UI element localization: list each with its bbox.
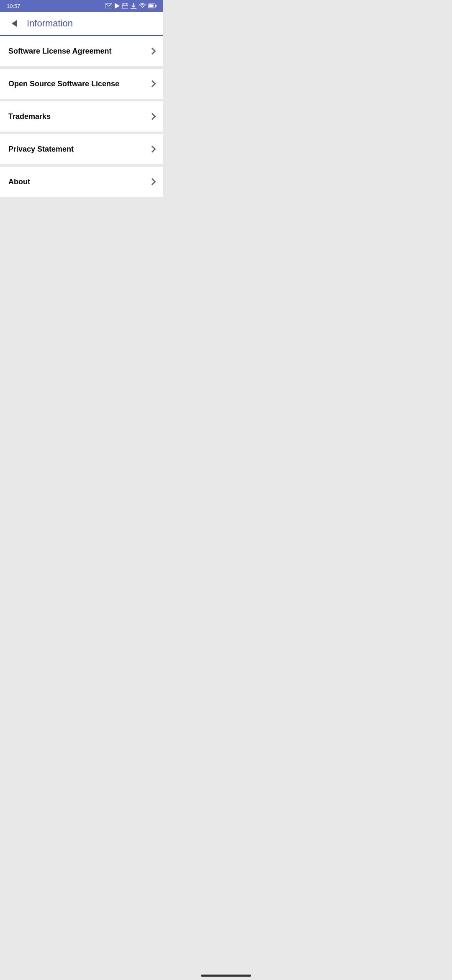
menu-item-label-about: About <box>8 178 30 186</box>
page-title: Information <box>27 18 73 29</box>
menu-item-privacy-statement[interactable]: Privacy Statement <box>0 134 163 164</box>
status-bar: 10:57 <box>0 0 163 12</box>
svg-rect-9 <box>156 5 157 7</box>
play-icon <box>115 3 120 9</box>
status-icons <box>105 3 157 9</box>
svg-rect-10 <box>149 5 154 8</box>
menu-item-label-software-license: Software License Agreement <box>8 47 111 56</box>
download-icon <box>131 3 136 9</box>
chevron-right-icon <box>149 80 156 88</box>
menu-item-software-license[interactable]: Software License Agreement <box>0 36 163 66</box>
menu-item-label-trademarks: Trademarks <box>8 112 51 121</box>
menu-item-label-open-source: Open Source Software License <box>8 80 119 88</box>
chevron-right-icon <box>149 178 156 186</box>
mail-icon <box>105 3 112 8</box>
app-header: Information <box>0 12 163 36</box>
status-time: 10:57 <box>7 3 21 9</box>
chevron-right-icon <box>149 48 156 55</box>
menu-item-trademarks[interactable]: Trademarks <box>0 101 163 132</box>
menu-item-label-privacy-statement: Privacy Statement <box>8 145 74 154</box>
svg-rect-2 <box>122 4 128 9</box>
battery-icon <box>148 3 157 8</box>
chevron-right-icon <box>149 146 156 153</box>
menu-content: Software License AgreementOpen Source So… <box>0 36 163 197</box>
chevron-right-icon <box>149 113 156 120</box>
svg-marker-1 <box>115 3 120 9</box>
menu-item-about[interactable]: About <box>0 167 163 197</box>
menu-item-open-source[interactable]: Open Source Software License <box>0 69 163 99</box>
wifi-icon <box>139 3 146 8</box>
back-button[interactable] <box>7 16 22 31</box>
calendar-icon <box>122 3 128 9</box>
back-arrow-icon <box>12 20 17 27</box>
